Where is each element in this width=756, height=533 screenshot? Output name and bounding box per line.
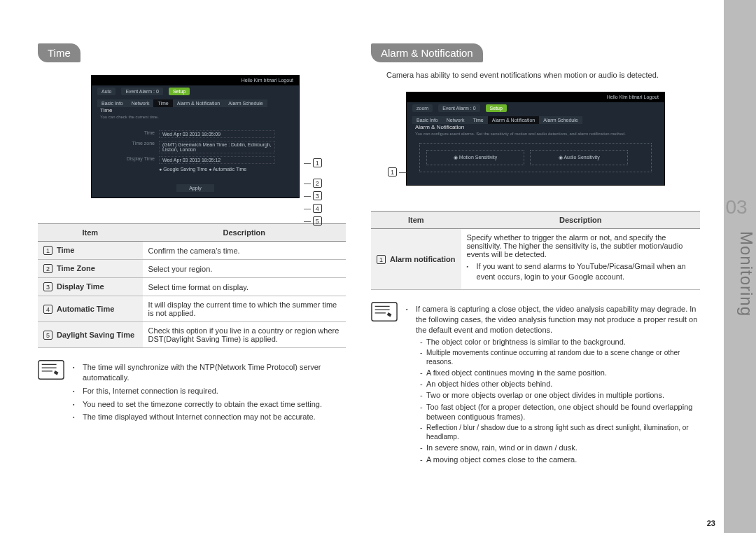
field-radio-value: ● Google Saving Time ● Automatic Time: [159, 167, 246, 172]
tab-basic: Basic Info: [412, 116, 442, 124]
note-lead: If camera is capturing a close object, t…: [416, 305, 697, 334]
chip-setup: Setup: [169, 88, 190, 95]
callout-1: 1: [313, 158, 322, 167]
apply-button: Apply: [176, 184, 214, 192]
svg-rect-1: [372, 303, 397, 321]
note-icon: [371, 301, 398, 322]
callout-4: 4: [313, 204, 322, 213]
tab-network: Network: [127, 99, 154, 107]
section-heading-time: Time: [38, 43, 80, 62]
table-row: 4Automatic TimeIt will display the curre…: [38, 296, 346, 322]
th-item: Item: [38, 224, 143, 242]
table-row: 1Alarm notification Specify whether to t…: [371, 229, 700, 290]
tab-alarm: Alarm & Notification: [488, 116, 539, 124]
field-timezone-label: Time zone: [115, 141, 155, 153]
callout-5: 5: [313, 216, 322, 226]
screenshot-title: Alarm & Notification: [407, 124, 664, 130]
note-dash: Too fast object (for a proper detection,…: [420, 402, 700, 422]
row-desc: Specify whether to trigger the alarm or …: [461, 229, 700, 290]
column-time: Time Hello Kim bitnari Logout Auto Event…: [38, 43, 346, 425]
callouts-time: — 1 — 2 — 3 — 4 — 5: [304, 120, 322, 228]
field-time-label: Time: [115, 130, 155, 138]
tab-time: Time: [153, 99, 172, 107]
row-num: 1: [43, 246, 52, 255]
field-timezone-value: (GMT) Greenwich Mean Time : Dublin, Edin…: [159, 141, 275, 153]
screenshot-topbar: Hello Kim bitnari Logout: [92, 76, 299, 85]
table-row: 3Display TimeSelect time format on displ…: [38, 278, 346, 296]
chip-monitor: Auto: [97, 88, 115, 95]
note-list: If camera is capturing a close object, t…: [406, 301, 700, 467]
tab-sched: Alarm Schedule: [224, 99, 267, 107]
screenshot-topbar: Hello Kim bitnari Logout: [407, 92, 664, 102]
screenshot-subtitle: You can check the current time.: [92, 115, 299, 119]
section-heading-alarm: Alarm & Notification: [371, 43, 483, 62]
note-dash: The object color or brightness is simila…: [420, 337, 700, 347]
row-item: Time: [57, 246, 74, 254]
note-item: For this, Internet connection is require…: [73, 386, 346, 396]
note-dash: Multiple movements continue occurring at…: [420, 348, 700, 366]
note-dash: A fixed object continues moving in the s…: [420, 368, 700, 378]
motion-sensitivity: ◉ Motion Sensitivity: [426, 150, 524, 165]
screenshot-body: TimeWed Apr 03 2013 18:05:09 Time zone(G…: [92, 120, 299, 179]
note-dash: An object hides other objects behind.: [420, 379, 700, 389]
note-item: The time will synchronize with the NTP(N…: [73, 362, 346, 383]
row-item: Alarm notification: [390, 255, 456, 263]
note-block-time: The time will synchronize with the NTP(N…: [38, 359, 346, 425]
table-time: Item Description 1TimeConfirm the camera…: [38, 223, 346, 348]
row-item: Daylight Saving Time: [57, 331, 134, 339]
chip-monitor: zoom: [412, 104, 433, 112]
th-desc: Description: [461, 212, 700, 229]
note-icon: [38, 359, 64, 380]
note-dash: Reflection / blur / shadow due to a stro…: [420, 423, 700, 441]
table-alarm: Item Description 1Alarm notification Spe…: [371, 211, 700, 290]
column-alarm: Alarm & Notification Camera has ability …: [371, 43, 700, 467]
chip-setup: Setup: [486, 104, 507, 112]
row-desc-sub: If you want to send alarms to YouTube/Pi…: [467, 261, 694, 282]
tab-sched: Alarm Schedule: [539, 116, 582, 124]
chapter-number: 03: [724, 196, 749, 219]
chip-event-alarm: Event Alarm : 0: [121, 88, 162, 95]
note-dash: Two or more objects overlap or one objec…: [420, 390, 700, 400]
row-num: 2: [43, 264, 52, 273]
note-item: You need to set the timezone correctly t…: [73, 399, 346, 410]
tab-alarm: Alarm & Notification: [173, 99, 224, 107]
table-row: 1TimeConfirm the camera's time.: [38, 242, 346, 260]
callout-3: 3: [313, 191, 322, 200]
note-item: The time displayed without Internet conn…: [73, 412, 346, 422]
callouts-alarm: 1 —: [388, 167, 407, 176]
screenshot-subtitle: You can configure event alarms. Set the …: [407, 132, 664, 136]
note-dash: A moving object comes close to the camer…: [420, 455, 700, 464]
tab-time: Time: [468, 116, 487, 124]
note-block-alarm: If camera is capturing a close object, t…: [371, 301, 700, 467]
callout-1: 1: [388, 167, 397, 176]
th-item: Item: [371, 212, 461, 229]
note-dash: In severe snow, rain, wind or in dawn / …: [420, 443, 700, 452]
screenshot-title: Time: [92, 107, 299, 113]
note-item: If camera is capturing a close object, t…: [406, 304, 700, 464]
page-number: 23: [707, 519, 715, 527]
audio-sensitivity: ◉ Audio Sensitivity: [530, 150, 628, 165]
row-desc: Check this option if you live in a count…: [143, 322, 346, 348]
field-display-value: Wed Apr 03 2013 18:05:12: [159, 156, 275, 164]
field-time-value: Wed Apr 03 2013 18:05:09: [159, 130, 275, 138]
svg-rect-0: [38, 361, 64, 380]
table-row: 2Time ZoneSelect your region.: [38, 260, 346, 278]
field-radio-label: [115, 167, 155, 172]
row-desc: Confirm the camera's time.: [143, 242, 346, 260]
screenshot-alarm: Hello Kim bitnari Logout zoom Event Alar…: [406, 92, 665, 186]
row-desc: It will display the current time to whic…: [143, 296, 346, 322]
tab-network: Network: [442, 116, 469, 124]
row-item: Display Time: [57, 282, 104, 291]
row-desc: Select time format on display.: [143, 278, 346, 296]
row-num: 4: [43, 305, 52, 314]
chapter-title: Monitoring: [724, 231, 756, 317]
sensitivity-group: ◉ Motion Sensitivity ◉ Audio Sensitivity: [419, 143, 652, 172]
note-list: The time will synchronize with the NTP(N…: [73, 359, 346, 425]
chip-event-alarm: Event Alarm : 0: [438, 104, 479, 112]
row-num: 3: [43, 282, 52, 291]
row-desc: Select your region.: [143, 260, 346, 278]
intro-text: Camera has ability to send event notific…: [386, 71, 700, 79]
row-num: 1: [377, 255, 386, 264]
row-item: Automatic Time: [57, 305, 114, 313]
row-desc-text: Specify whether to trigger the alarm or …: [467, 233, 683, 258]
